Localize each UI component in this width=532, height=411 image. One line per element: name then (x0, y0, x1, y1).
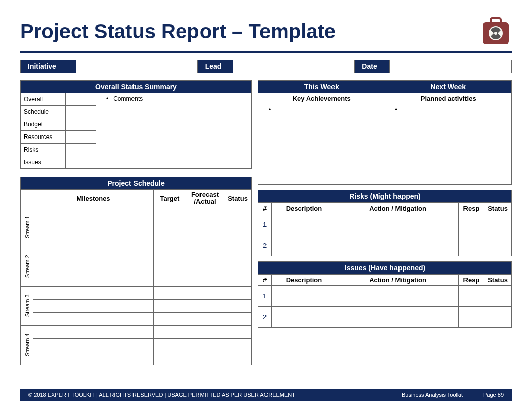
overall-header: Overall Status Summary (21, 81, 252, 93)
issues-status-col: Status (484, 275, 512, 286)
stream-4-label: Stream 4 (21, 325, 33, 365)
schedule-status-cell[interactable] (66, 106, 96, 118)
schedule-row-label: Schedule (21, 106, 66, 118)
project-schedule-table: Project Schedule Milestones Target Forec… (20, 177, 252, 365)
issues-num-col: # (258, 275, 272, 286)
key-achievements-label: Key Achievements (258, 93, 385, 104)
date-label: Date (355, 60, 390, 73)
footer-page: Page 89 (483, 392, 504, 398)
issue-row-num: 1 (258, 286, 272, 307)
overall-status-cell[interactable] (66, 93, 96, 106)
risks-action-col: Action / Mitigation (337, 203, 459, 214)
budget-row-label: Budget (21, 118, 66, 131)
resources-row-label: Resources (21, 131, 66, 144)
planned-activities-label: Planned activities (385, 93, 512, 104)
risks-header: Risks (Might happen) (258, 190, 512, 203)
planned-activities-cell[interactable] (385, 104, 512, 185)
footer-product: Business Analysis Toolkit (402, 392, 463, 398)
next-week-header: Next Week (385, 81, 512, 93)
milestones-col: Milestones (33, 190, 154, 208)
overall-status-table: Overall Status Summary Overall Comments … (20, 80, 252, 169)
issue-row-num: 2 (258, 307, 272, 328)
risk-row-num: 2 (258, 235, 272, 256)
risks-row-label: Risks (21, 144, 66, 156)
stream-2-label: Stream 2 (21, 247, 33, 286)
risks-status-cell[interactable] (66, 144, 96, 156)
issues-row-label: Issues (21, 156, 66, 169)
overall-comments[interactable]: Comments (96, 93, 252, 169)
risks-desc-col: Description (272, 203, 337, 214)
risks-status-col: Status (484, 203, 512, 214)
page-title: Project Status Report – Template (20, 20, 336, 43)
footer-copyright: © 2018 EXPERT TOOLKIT | ALL RIGHTS RESER… (28, 392, 295, 398)
risks-resp-col: Resp (459, 203, 484, 214)
svg-rect-1 (491, 18, 501, 23)
info-bar: Initiative Lead Date (20, 60, 512, 73)
forecast-col: Forecast /Actual (186, 190, 224, 208)
resources-status-cell[interactable] (66, 131, 96, 144)
initiative-label: Initiative (21, 60, 76, 73)
date-value[interactable] (390, 60, 511, 73)
issues-header: Issues (Have happened) (258, 262, 512, 275)
lead-value[interactable] (233, 60, 355, 73)
risks-table: Risks (Might happen) # Description Actio… (258, 190, 512, 256)
issues-table: Issues (Have happened) # Description Act… (258, 261, 512, 328)
budget-status-cell[interactable] (66, 118, 96, 131)
stream-3-label: Stream 3 (21, 286, 33, 325)
risk-row-num: 1 (258, 214, 272, 235)
page-header: Project Status Report – Template (20, 15, 512, 53)
this-week-header: This Week (258, 81, 385, 93)
page-footer: © 2018 EXPERT TOOLKIT | ALL RIGHTS RESER… (20, 389, 512, 401)
key-achievements-cell[interactable] (258, 104, 385, 185)
stream-1-label: Stream 1 (21, 208, 33, 247)
week-table: This Week Next Week Key Achievements Pla… (258, 80, 512, 185)
toolkit-logo-icon (480, 15, 512, 47)
issues-desc-col: Description (272, 275, 337, 286)
lead-label: Lead (198, 60, 233, 73)
initiative-value[interactable] (76, 60, 198, 73)
issues-status-cell[interactable] (66, 156, 96, 169)
issues-action-col: Action / Mitigation (337, 275, 459, 286)
status-col: Status (224, 190, 252, 208)
issues-resp-col: Resp (459, 275, 484, 286)
schedule-header: Project Schedule (21, 177, 252, 190)
svg-point-3 (494, 32, 497, 35)
target-col: Target (154, 190, 186, 208)
overall-row-label: Overall (21, 93, 66, 106)
risks-num-col: # (258, 203, 272, 214)
